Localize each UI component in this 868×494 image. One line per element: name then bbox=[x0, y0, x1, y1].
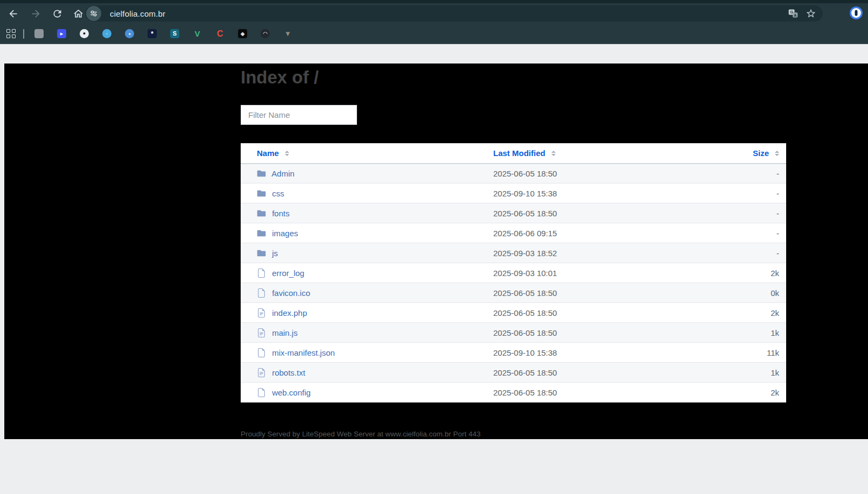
home-icon bbox=[73, 8, 84, 19]
url-text[interactable]: cielfolia.com.br bbox=[110, 9, 788, 18]
table-row: images 2025-06-06 09:15 - bbox=[241, 223, 786, 243]
file-text-icon bbox=[257, 328, 266, 337]
directory-listing-table: Name Last Modified Siz bbox=[241, 143, 786, 403]
entry-link[interactable]: fonts bbox=[272, 209, 290, 218]
size-cell: 0k bbox=[745, 283, 786, 303]
bookmark-item[interactable]: ◦ bbox=[97, 26, 120, 41]
arrow-right-icon bbox=[30, 8, 41, 19]
apps-grid-icon[interactable] bbox=[6, 29, 16, 38]
modified-cell: 2025-06-05 18:50 bbox=[493, 203, 745, 223]
site-logo-favicon bbox=[34, 29, 44, 38]
sort-icon bbox=[775, 151, 779, 156]
table-row: css 2025-09-10 15:38 - bbox=[241, 184, 786, 203]
folder-icon bbox=[257, 169, 266, 178]
modified-cell: 2025-06-05 18:50 bbox=[493, 303, 745, 323]
bookmark-item[interactable]: ▸ bbox=[52, 26, 75, 41]
entry-link[interactable]: js bbox=[272, 249, 278, 258]
forward-button[interactable] bbox=[26, 4, 45, 23]
bookmark-item[interactable]: C bbox=[211, 26, 233, 41]
page-title: Index of / bbox=[241, 63, 786, 88]
cursor-favicon: ◆ bbox=[238, 29, 247, 38]
table-row: Admin 2025-06-05 18:50 - bbox=[241, 164, 786, 184]
size-cell: 1k bbox=[745, 323, 786, 343]
table-row: robots.txt 2025-06-05 18:50 1k bbox=[241, 363, 786, 383]
back-button[interactable] bbox=[4, 4, 22, 23]
onepassword-extension-icon[interactable] bbox=[850, 6, 863, 19]
modified-cell: 2025-09-10 15:38 bbox=[493, 184, 745, 203]
bookmark-item[interactable]: S bbox=[165, 26, 188, 41]
size-cell: - bbox=[745, 203, 786, 223]
table-row: main.js 2025-06-05 18:50 1k bbox=[241, 323, 786, 343]
size-cell: - bbox=[745, 184, 786, 203]
entry-link[interactable]: mix-manifest.json bbox=[272, 348, 335, 357]
entry-link[interactable]: favicon.ico bbox=[272, 288, 310, 298]
size-cell: 1k bbox=[745, 363, 786, 383]
bookmark-item[interactable] bbox=[30, 26, 52, 41]
table-row: index.php 2025-06-05 18:50 2k bbox=[241, 303, 786, 323]
column-header-size[interactable]: Size bbox=[745, 144, 786, 164]
sort-icon bbox=[551, 151, 556, 156]
translate-icon[interactable]: G A bbox=[788, 8, 799, 19]
file-icon bbox=[257, 269, 266, 278]
bookmark-item[interactable]: ◠ bbox=[256, 26, 278, 41]
notebooklm-favicon: ◠ bbox=[261, 29, 270, 38]
reload-button[interactable] bbox=[48, 4, 66, 23]
entry-link[interactable]: Admin bbox=[271, 169, 295, 178]
file-icon bbox=[257, 388, 266, 397]
bookmark-star-icon[interactable] bbox=[806, 8, 816, 19]
size-cell: 2k bbox=[745, 303, 786, 323]
size-cell: - bbox=[745, 223, 786, 243]
folder-icon bbox=[257, 209, 266, 218]
table-row: js 2025-09-03 18:52 - bbox=[241, 243, 786, 263]
dns-checker-favicon: ◦ bbox=[102, 29, 111, 38]
modified-cell: 2025-06-05 18:50 bbox=[493, 363, 745, 383]
file-text-icon bbox=[257, 368, 266, 377]
table-row: favicon.ico 2025-06-05 18:50 0k bbox=[241, 283, 786, 303]
home-button[interactable] bbox=[69, 4, 87, 23]
bookmarks-bar: ▸ ● ◦ ● * S V C ◆ ◠ ▼ bbox=[0, 24, 868, 44]
bookmark-item[interactable]: ● bbox=[75, 26, 97, 41]
size-cell: - bbox=[745, 164, 786, 184]
bookmark-item[interactable]: ◆ bbox=[233, 26, 256, 41]
filter-name-input[interactable] bbox=[241, 105, 357, 125]
modified-cell: 2025-06-05 18:50 bbox=[493, 383, 745, 403]
size-cell: 2k bbox=[745, 383, 786, 403]
entry-link[interactable]: robots.txt bbox=[272, 368, 305, 377]
column-header-last-modified[interactable]: Last Modified bbox=[493, 144, 745, 164]
entry-link[interactable]: main.js bbox=[272, 328, 298, 337]
bookmarks-list: ▸ ● ◦ ● * S V C ◆ ◠ ▼ bbox=[30, 24, 301, 44]
file-icon bbox=[257, 348, 266, 357]
bookmark-item[interactable]: ● bbox=[120, 26, 143, 41]
footer-host-link[interactable]: www.cielfolia.com.br bbox=[385, 430, 451, 438]
folder-icon bbox=[257, 229, 266, 238]
column-header-name[interactable]: Name bbox=[241, 144, 493, 164]
entry-link[interactable]: error_log bbox=[272, 269, 304, 278]
modified-cell: 2025-09-10 15:38 bbox=[493, 343, 745, 363]
entry-link[interactable]: css bbox=[272, 189, 284, 198]
file-text-icon bbox=[257, 308, 266, 317]
arrow-left-icon bbox=[8, 8, 19, 19]
entry-link[interactable]: images bbox=[272, 229, 298, 238]
page-viewport: Index of / Name Last M bbox=[0, 44, 868, 494]
modified-cell: 2025-09-03 18:52 bbox=[493, 243, 745, 263]
page-body: Index of / Name Last M bbox=[4, 63, 868, 439]
modified-cell: 2025-09-03 10:01 bbox=[493, 263, 745, 283]
metasrc-favicon: ▼ bbox=[283, 29, 292, 38]
bookmark-item[interactable]: V bbox=[188, 26, 211, 41]
modified-cell: 2025-06-05 18:50 bbox=[493, 323, 745, 343]
reload-icon bbox=[52, 8, 63, 19]
entry-link[interactable]: web.config bbox=[272, 388, 311, 397]
modified-cell: 2025-06-05 18:50 bbox=[493, 164, 745, 184]
github-favicon: ● bbox=[80, 29, 89, 38]
site-settings-icon[interactable] bbox=[86, 6, 101, 21]
crunchlabs-favicon: C bbox=[215, 29, 225, 38]
ssl-checker-favicon: ● bbox=[125, 29, 134, 38]
table-row: error_log 2025-09-03 10:01 2k bbox=[241, 263, 786, 283]
size-cell: 2k bbox=[745, 263, 786, 283]
bookmark-item[interactable]: * bbox=[143, 26, 165, 41]
address-bar[interactable]: cielfolia.com.br G A bbox=[85, 5, 823, 22]
table-row: web.config 2025-06-05 18:50 2k bbox=[241, 383, 786, 403]
bookmark-item[interactable]: ▼ bbox=[278, 26, 301, 41]
entry-link[interactable]: index.php bbox=[272, 308, 307, 317]
svg-text:A: A bbox=[794, 13, 796, 18]
